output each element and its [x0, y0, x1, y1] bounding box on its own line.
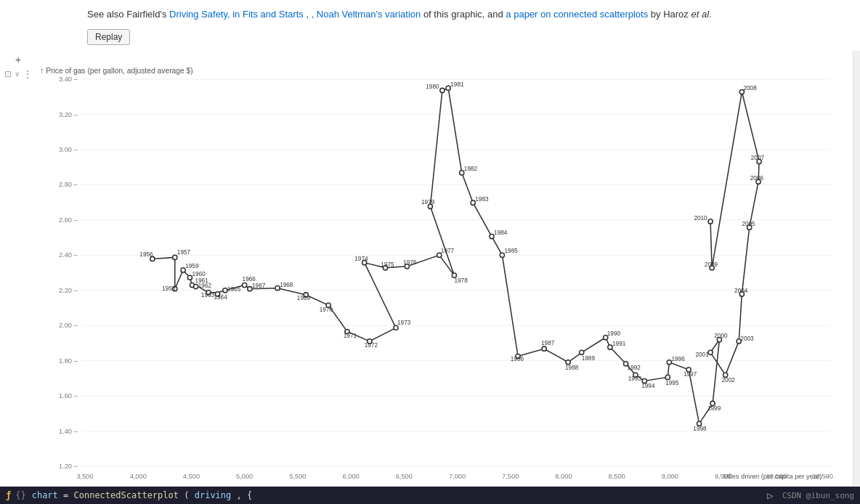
label-1985: 1985	[504, 248, 518, 254]
label-2004: 2004	[734, 287, 748, 293]
label-1964: 1964	[214, 294, 227, 301]
x-tick-4000: 4,000	[130, 472, 147, 479]
label-1965: 1965	[227, 285, 241, 292]
point-1995	[665, 375, 670, 379]
code-paren: (	[184, 490, 189, 500]
x-tick-7000: 7,000	[449, 472, 466, 479]
link-noah-variation[interactable]: , Noah Veltman's variation	[312, 9, 421, 20]
label-1996: 1996	[671, 355, 685, 362]
label-1976: 1976	[403, 259, 417, 265]
code-var-driving: driving	[195, 490, 232, 500]
label-1974: 1974	[354, 255, 368, 261]
label-1999: 1999	[707, 405, 721, 411]
top-prefix: See also Fairfield's	[87, 9, 169, 20]
label-2007: 2007	[751, 155, 765, 161]
page-wrapper: See also Fairfield's Driving Safety, in …	[0, 0, 860, 504]
label-1997: 1997	[683, 371, 697, 378]
toolbar-icons: ⊡ ∨ ⋮	[4, 68, 33, 80]
point-2010	[708, 219, 713, 223]
bottom-icon-js: ƒ	[6, 490, 11, 500]
bottom-icon-braces: {}	[15, 490, 25, 500]
label-1969: 1969	[297, 295, 311, 301]
label-1984: 1984	[494, 229, 508, 236]
label-1998: 1998	[693, 425, 707, 431]
label-2005: 2005	[742, 221, 755, 227]
label-1994: 1994	[641, 382, 655, 389]
chart-svg: ↑ Price of gas (per gallon, adjusted ave…	[36, 51, 853, 505]
point-2001	[708, 350, 713, 354]
link-connected-scatterplots[interactable]: a paper on connected scatterplots	[506, 9, 648, 20]
scatterplot-path: 1956 1957 1958 1959 1960 1961	[139, 81, 764, 431]
chart-area: + ⊡ ∨ ⋮ ↑ Price of gas (per gallon, adju…	[0, 51, 860, 505]
label-1962: 1962	[198, 282, 212, 288]
menu-icon[interactable]: ⋮	[23, 68, 33, 80]
x-axis-label: Miles driven (per capita per year) →	[723, 472, 830, 479]
y-tick-320: 3.20 –	[59, 110, 78, 118]
brand-label: CSDN @ibun_song	[782, 491, 854, 500]
y-tick-120: 1.20 –	[59, 463, 78, 470]
y-tick-300: 3.00 –	[59, 146, 78, 153]
y-tick-180: 1.80 –	[59, 357, 78, 364]
label-1987: 1987	[541, 340, 555, 346]
point-1966	[243, 283, 247, 287]
label-1993: 1993	[628, 375, 642, 381]
y-tick-200: 2.00 –	[59, 322, 78, 329]
label-1957: 1957	[177, 249, 191, 256]
x-tick-3500: 3,500	[76, 472, 93, 479]
label-2008: 2008	[743, 85, 757, 92]
run-button[interactable]: ▷	[767, 489, 773, 501]
y-tick-280: 2.80 –	[59, 181, 78, 188]
chevron-icon[interactable]: ∨	[15, 70, 20, 78]
x-tick-7500: 7,500	[502, 472, 519, 479]
right-scrollbar[interactable]	[853, 51, 860, 505]
label-1967: 1967	[252, 282, 266, 288]
top-text: See also Fairfield's Driving Safety, in …	[0, 0, 860, 26]
x-tick-6500: 6,500	[396, 472, 413, 479]
x-tick-5500: 5,500	[289, 472, 306, 479]
x-tick-8500: 8,500	[609, 472, 625, 479]
label-2009: 2009	[705, 261, 718, 267]
link-driving-safety[interactable]: Driving Safety, in Fits and Starts	[169, 9, 304, 20]
label-1982: 1982	[464, 165, 478, 171]
top-middle: ,	[306, 9, 311, 20]
y-tick-260: 2.60 –	[59, 216, 78, 223]
toolbar-plus[interactable]: +	[15, 54, 21, 65]
label-2006: 2006	[750, 175, 764, 182]
label-1963: 1963	[201, 292, 215, 298]
left-toolbar: + ⊡ ∨ ⋮	[0, 51, 36, 505]
top-of-this: of this graphic, and	[423, 9, 506, 20]
label-1990: 1990	[607, 330, 621, 336]
checkbox-icon[interactable]: ⊡	[4, 69, 12, 79]
top-by: by Haroz et al.	[651, 9, 712, 20]
label-1995: 1995	[665, 379, 679, 386]
code-fn-name: ConnectedScatterplot	[74, 490, 179, 500]
replay-button[interactable]: Replay	[87, 29, 130, 45]
x-tick-9000: 9,000	[662, 472, 678, 479]
label-2001: 2001	[695, 351, 709, 357]
label-1960: 1960	[192, 271, 206, 277]
y-tick-140: 1.40 –	[59, 427, 78, 434]
bottom-code: chart = ConnectedScatterplot ( driving ,…	[32, 490, 253, 500]
label-1986: 1986	[511, 355, 524, 362]
bottom-left-icons: ƒ {}	[6, 490, 26, 500]
label-1958: 1958	[162, 285, 176, 291]
point-1978	[452, 273, 456, 277]
x-tick-4500: 4,500	[183, 472, 200, 479]
point-1987	[542, 346, 546, 351]
point-1988	[566, 359, 570, 364]
point-1989	[580, 350, 584, 354]
label-1959: 1959	[185, 262, 199, 269]
label-1973: 1973	[397, 320, 411, 326]
y-tick-340: 3.40 –	[59, 76, 78, 83]
label-2010: 2010	[694, 214, 707, 221]
point-1980	[440, 88, 445, 92]
label-1956: 1956	[139, 251, 153, 258]
chart-container: ↑ Price of gas (per gallon, adjusted ave…	[36, 51, 853, 505]
label-1975: 1975	[381, 261, 394, 267]
x-tick-5000: 5,000	[236, 472, 253, 479]
bottom-bar: ƒ {} chart = ConnectedScatterplot ( driv…	[0, 487, 860, 504]
x-tick-6000: 6,000	[343, 472, 360, 479]
label-1979: 1979	[421, 199, 435, 206]
code-var-chart: chart	[32, 490, 58, 500]
label-1981: 1981	[450, 81, 464, 88]
